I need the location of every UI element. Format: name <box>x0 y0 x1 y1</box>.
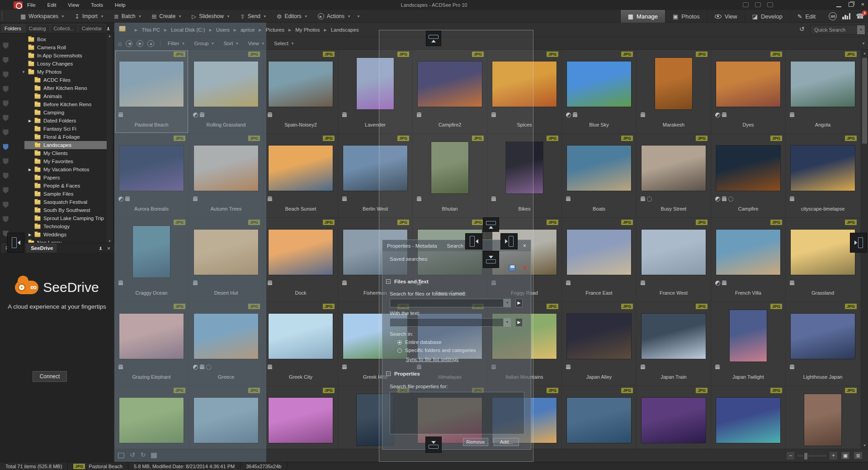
photo-tile-rolling-grassland[interactable]: JPGRolling Grassland <box>189 50 264 134</box>
tab-properties-metadata[interactable]: Properties - Metadata <box>387 243 437 249</box>
workspaces-button[interactable]: ▦Workspaces▼ <box>16 11 69 22</box>
photo-thumbnail[interactable] <box>418 61 482 107</box>
expand-icon[interactable]: ▶ <box>28 119 32 123</box>
collapse-icon[interactable]: − <box>386 371 391 376</box>
tree-item-papers[interactable]: Papers <box>0 174 107 182</box>
panel-tab-seedrive[interactable]: SeeDrive <box>27 244 57 253</box>
pin-icon[interactable] <box>106 27 110 31</box>
photo-tile-france-east[interactable]: JPGFrance East <box>562 218 637 302</box>
photo-tile-grazing-elephant[interactable]: JPGGrazing Elephant <box>114 302 189 386</box>
photo-tile-desert-hut[interactable]: JPGDesert Hut <box>189 218 264 302</box>
photo-thumbnail[interactable] <box>642 230 706 275</box>
editors-button[interactable]: ⚙Editors▼ <box>273 11 312 22</box>
run-search-button[interactable]: ▶ <box>515 299 523 307</box>
photo-thumbnail[interactable] <box>194 146 258 191</box>
photo-thumbnail[interactable] <box>343 146 407 191</box>
close-button[interactable]: × <box>861 1 864 8</box>
slideshow-button[interactable]: ▷Slideshow▼ <box>188 11 234 22</box>
photo-tile[interactable]: JPG <box>786 386 860 449</box>
photo-thumbnail[interactable] <box>119 398 184 443</box>
dock-guide-bottom[interactable] <box>425 437 442 453</box>
photo-tile-grassland[interactable]: JPGGrassland <box>786 218 860 302</box>
breadcrumb-item[interactable]: Local Disk (C:) <box>171 27 205 33</box>
tree-item-camera-roll[interactable]: Camera Roll <box>0 43 107 52</box>
chevron-down-icon[interactable]: ▼ <box>347 14 351 19</box>
photo-tile-berlin-west[interactable]: JPGBerlin West <box>338 134 413 218</box>
breadcrumb-item[interactable]: My Photos <box>295 27 320 33</box>
radio-entire-database[interactable] <box>397 340 402 345</box>
photo-tile-autumn-trees[interactable]: JPGAutumn Trees <box>189 134 264 218</box>
properties-listbox[interactable] <box>390 392 524 434</box>
photo-tile-french-villa[interactable]: JPGFrench Villa <box>711 218 786 302</box>
tree-item-my-photos[interactable]: ▼My Photos <box>0 68 107 76</box>
import-button[interactable]: ↧Import▼ <box>71 11 108 22</box>
tree-item-dated-folders[interactable]: ▶Dated Folders <box>0 117 107 125</box>
chevron-down-icon[interactable]: ▼ <box>226 14 230 19</box>
photo-tile-blue-sky[interactable]: JPGBlue Sky <box>562 50 637 134</box>
acdsee-365-icon[interactable]: 365 <box>829 12 837 20</box>
add-button[interactable]: Add... <box>494 438 519 446</box>
with-text-input[interactable] <box>390 318 504 327</box>
tree-item-sample-files[interactable]: Sample Files <box>0 190 107 198</box>
breadcrumb-item[interactable]: Users <box>216 27 230 33</box>
photo-thumbnail[interactable] <box>716 230 780 275</box>
chevron-down-icon[interactable]: ▼ <box>178 14 182 19</box>
dock-guide-cluster-bottom[interactable] <box>483 251 499 268</box>
pin-icon[interactable] <box>99 247 103 251</box>
run-search-button[interactable]: ▶ <box>515 318 523 327</box>
photo-tile-france-west[interactable]: JPGFrance West <box>637 218 711 302</box>
photo-thumbnail[interactable] <box>655 58 692 109</box>
tree-item-animals[interactable]: Animals <box>0 92 107 100</box>
photo-thumbnail[interactable] <box>357 58 394 109</box>
dock-guide-cluster-top[interactable] <box>483 217 499 232</box>
photo-thumbnail[interactable] <box>269 61 333 107</box>
photo-thumbnail[interactable] <box>791 146 855 191</box>
photo-thumbnail[interactable] <box>716 146 780 191</box>
ghost-save-icon[interactable] <box>118 453 124 458</box>
photo-thumbnail[interactable] <box>642 398 706 443</box>
photo-tile-cityscape-timelapse[interactable]: JPGcityscape-timelapse <box>786 134 860 218</box>
up-icon[interactable]: ▲ <box>147 40 154 47</box>
chevron-down-icon[interactable]: ▼ <box>100 14 104 19</box>
photo-tile-angola[interactable]: JPGAngola <box>786 50 860 134</box>
tree-item-sprout-lake-camping-trip[interactable]: Sprout Lake Camping Trip <box>0 214 107 222</box>
save-search-icon[interactable] <box>509 265 515 271</box>
quick-search-input[interactable]: Quick Search ▼ <box>810 25 865 35</box>
rotate-ccw-icon[interactable]: ↺ <box>130 451 135 458</box>
zoom-slider[interactable] <box>798 455 826 456</box>
restore-button[interactable] <box>849 2 854 7</box>
photo-thumbnail[interactable] <box>567 230 631 275</box>
dock-guide-cluster-right[interactable] <box>500 233 518 249</box>
photo-thumbnail[interactable] <box>194 230 258 275</box>
menu-view[interactable]: View▼ <box>245 41 268 46</box>
mode-tab-manage[interactable]: ▦Manage <box>620 10 665 23</box>
section-files-and-text[interactable]: − Files and Text <box>386 279 429 284</box>
expand-icon[interactable]: ▶ <box>28 168 32 172</box>
scroll-up-icon[interactable]: ▲ <box>107 34 113 38</box>
tree-item-lossy-changes[interactable]: Lossy Changes <box>0 60 107 68</box>
section-properties[interactable]: − Properties <box>386 371 420 376</box>
dock-guide-top[interactable] <box>426 31 441 46</box>
tree-item-camping[interactable]: Camping <box>0 108 107 117</box>
photo-tile-dyes[interactable]: JPGDyes <box>711 50 786 134</box>
breadcrumb-item[interactable]: Pictures <box>265 27 284 33</box>
photo-thumbnail[interactable] <box>431 142 468 193</box>
zoom-slider-thumb[interactable] <box>804 452 808 460</box>
tree-item-in-app-screenshots[interactable]: In App Screenshots <box>0 52 107 60</box>
mode-tab-develop[interactable]: ◪Develop <box>745 10 790 23</box>
ghost-square-icon[interactable] <box>151 453 157 458</box>
dock-guide-right-edge[interactable] <box>850 233 867 253</box>
photo-tile-boats[interactable]: JPGBoats <box>562 134 637 218</box>
dock-guide-cluster-left[interactable] <box>465 233 482 249</box>
mode-tab-edit[interactable]: ✎Edit <box>790 10 823 23</box>
photo-thumbnail[interactable] <box>642 146 706 191</box>
photo-thumbnail[interactable] <box>269 146 333 191</box>
photo-tile[interactable]: JPG <box>264 386 338 449</box>
menu-select[interactable]: Select▼ <box>271 41 297 46</box>
tree-item-landscapes[interactable]: Landscapes <box>0 141 107 149</box>
tree-item-people---faces[interactable]: People & Faces <box>0 182 107 190</box>
sidebar-tab-collecti[interactable]: Collecti... <box>50 24 78 33</box>
photo-thumbnail[interactable] <box>567 314 631 359</box>
photo-thumbnail[interactable] <box>194 314 258 359</box>
send-button[interactable]: ⇧Send▼ <box>236 11 271 22</box>
